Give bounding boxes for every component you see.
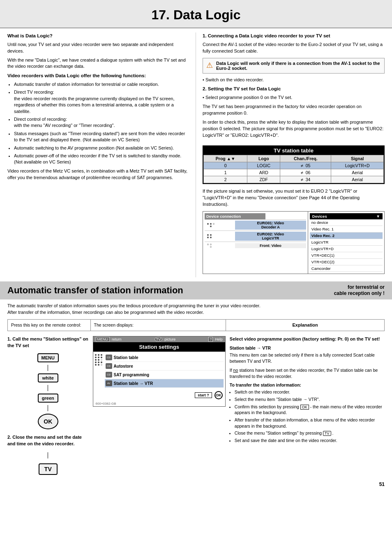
left-instructions: 1. Call the menu "Station settings" on t…	[7, 336, 89, 475]
device-conn-header: Device connection	[205, 213, 306, 219]
expl-subheading: Station table → VTR	[230, 345, 385, 351]
tv-station-table: TV station table Prog ▲▼ Logo Chan./Freq…	[203, 145, 385, 184]
what-is-heading: What is Data Logic?	[7, 32, 189, 39]
sat-icon: CD	[106, 372, 112, 378]
help-icon: ?	[208, 337, 213, 342]
list-item: CD SAT programming	[105, 371, 224, 379]
list-item: Close the menu "Station settings" by pre…	[235, 430, 385, 436]
list-item: AV Station table → VTR	[105, 379, 224, 388]
warning-box: ⚠ Data Logic will work only if there is …	[203, 58, 385, 74]
menu-items-list: CD Station table CD Autostore CD SAT pro…	[105, 353, 224, 388]
tv-button-container: TV	[7, 463, 89, 475]
col3-header: Explanation	[226, 320, 384, 331]
section2-heading: 2. Setting the TV set for Data Logic	[203, 85, 385, 92]
tv-button-wrapper	[7, 451, 89, 459]
tv-button[interactable]: TV	[39, 463, 58, 475]
list-item: Set and save the date and time on the vi…	[235, 438, 385, 444]
transfer-heading: To transfer the station information:	[230, 382, 385, 388]
function-item-4: Status messages (such as "Timer recordin…	[14, 131, 189, 143]
section1-heading: 1. Connecting a Data Logic video recorde…	[203, 32, 385, 39]
tv-inline-icon: TV	[323, 431, 331, 436]
bullet-select-pos: • Select programme position 0 on the TV …	[203, 94, 385, 101]
expl-heading: Select video programme position (factory…	[230, 336, 385, 343]
autostore-label: Autostore	[114, 364, 133, 368]
list-item: CD Autostore	[105, 362, 224, 371]
what-is-p1: Until now, your TV set and your video re…	[7, 41, 189, 55]
expl-p1: This menu item can be selected only if t…	[230, 352, 385, 364]
white-button[interactable]: white	[38, 373, 58, 382]
bottom-banner: Automatic transfer of station informatio…	[0, 282, 392, 299]
col1-header: Press this key on the remote control:	[8, 320, 91, 331]
menu-area: CD Station table CD Autostore CD SAT pro…	[93, 352, 225, 389]
tv-picture-label: TV picture	[154, 337, 176, 341]
section2-p1: The TV set has been programmed in the fa…	[203, 104, 385, 117]
devices-header: Devices ▼	[310, 213, 383, 219]
banner-note: for terrestrial or cable reception only …	[334, 284, 385, 297]
table-row: EURO02: VideoLogicVTR	[205, 230, 306, 242]
screen-footer: 600+0382-GB	[93, 401, 225, 406]
station-table-label: Station table	[114, 355, 138, 360]
ok-inline-icon: OK	[300, 405, 309, 410]
station-table-vtr-label: Station table → VTR	[114, 381, 153, 386]
bottom-content: 1. Call the menu "Station settings" on t…	[0, 334, 392, 479]
col2-header: The screen displays:	[91, 320, 226, 331]
tv-table-header-logo: Logo	[247, 155, 280, 162]
start-row: start ? OK	[93, 389, 225, 401]
what-is-p2: With the new "Data Logic", we have creat…	[7, 57, 189, 70]
functions-list: Automatic transfer of station informatio…	[14, 81, 189, 166]
bullet-switch-on: • Switch on the video recorder.	[203, 77, 385, 83]
main-content: What is Data Logic? Until now, your TV s…	[0, 28, 392, 282]
explanation-column: Select video programme position (factory…	[230, 336, 385, 475]
section2-p2: In order to check this, press the white …	[203, 119, 385, 139]
list-item: LogicVTR+D	[310, 246, 383, 252]
page-header: 17. Data Logic	[0, 0, 392, 28]
sat-programming-label: SAT programming	[114, 373, 149, 377]
tv-table-header-signal: Signal	[331, 155, 384, 162]
device-connection-box: Device connection EURO01: VideoDecoder A	[203, 211, 385, 274]
return-label: MENU return	[96, 337, 122, 341]
screen-title: Station settings	[93, 342, 225, 352]
ok-small-button[interactable]: OK	[214, 391, 223, 399]
function-item-3: Direct control of recording:with the men…	[14, 116, 189, 129]
warning-icon: ⚠	[206, 61, 213, 70]
device-conn-right-panel: Devices ▼ no device Video Rec. 1 Video R…	[308, 212, 384, 274]
device-conn-label: Device connection	[205, 213, 265, 219]
transfer-section: The automatic transfer of station inform…	[0, 299, 392, 331]
list-item: Video Rec. 2	[310, 233, 383, 239]
menu-button[interactable]: MENU	[37, 353, 59, 362]
warning-text: Data Logic will work only if there is a …	[216, 61, 381, 71]
start-label: start ?	[195, 392, 212, 398]
screen-display-section: MENU return TV picture ? Help Station se…	[93, 336, 226, 475]
tv-table-header-chan: Chan./Freq.	[280, 155, 331, 162]
function-item-1: Automatic transfer of station informatio…	[14, 81, 189, 88]
list-item: Confirm this selection by pressing OK - …	[235, 404, 385, 416]
step2-heading: 2. Close the menu and set the date and t…	[7, 434, 89, 447]
section1-p: Connect the AV-1 socket of the video rec…	[203, 41, 385, 55]
help-label: ? Help	[208, 337, 223, 341]
functions-heading: Video recorders with Data Logic offer th…	[7, 72, 189, 79]
list-item: Video Rec. 1	[310, 226, 383, 233]
page-number: 51	[0, 479, 392, 490]
transfer-intro: The automatic transfer of station inform…	[7, 303, 385, 316]
function-item-6: Automatic power-off of the video recorde…	[14, 153, 189, 166]
step1-heading: 1. Call the menu "Station settings" on t…	[7, 336, 89, 349]
front-video-label: Front: Video	[235, 243, 306, 248]
list-item: VTR+DEC(1)	[310, 252, 383, 259]
no-underline: no	[233, 368, 238, 373]
list-item: Select the menu item "Station table → VT…	[235, 396, 385, 403]
ok-button[interactable]: OK	[38, 414, 58, 429]
menu-dots	[95, 353, 103, 388]
av-icon: AV	[106, 380, 112, 386]
euro01-label: EURO01: VideoDecoder A	[235, 221, 306, 230]
menu-icon: MENU	[96, 337, 110, 342]
page-title: 17. Data Logic	[0, 7, 392, 23]
table-row: 2 ZDF ≠ 34 Aerial	[204, 176, 384, 183]
banner-title: Automatic transfer of station informatio…	[7, 285, 329, 296]
remote-buttons: MENU white green OK	[7, 353, 89, 429]
green-button[interactable]: green	[38, 394, 58, 403]
function-item-5: Automatic switching to the AV programme …	[14, 145, 189, 151]
list-item: Switch on the video recorder.	[235, 389, 385, 395]
device-conn-rows: EURO01: VideoDecoder A EURO02: VideoLogi…	[205, 219, 306, 249]
closing-paragraph: Video recorders of the Metz VC series, i…	[7, 168, 189, 181]
list-item: no device	[310, 219, 383, 226]
